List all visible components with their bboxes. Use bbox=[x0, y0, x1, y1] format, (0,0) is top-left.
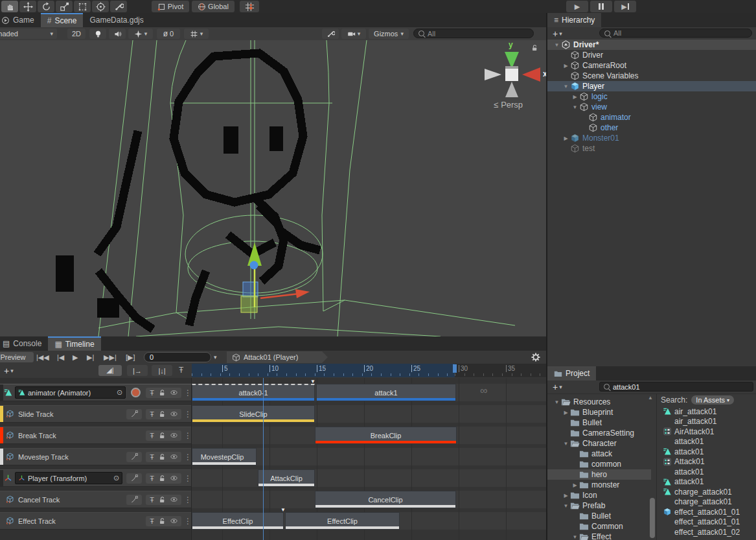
prev-frame-button[interactable]: |◀ bbox=[57, 353, 64, 362]
timeline-play-button[interactable]: ▶ bbox=[73, 353, 78, 362]
scene-tools-button[interactable] bbox=[322, 29, 339, 39]
foldout-icon[interactable]: ▶ bbox=[562, 63, 570, 69]
project-add-button[interactable]: +▾ bbox=[553, 382, 562, 392]
global-toggle[interactable]: Global bbox=[192, 1, 235, 12]
folder-blueprint[interactable]: ▶Blueprint bbox=[547, 407, 651, 417]
perspective-label[interactable]: ≤ Persp bbox=[494, 100, 523, 110]
track-header-player-transform[interactable]: Player (Transform) ⊙ Ŧ ⋮ bbox=[0, 469, 192, 487]
asset-row[interactable]: air_attack01 bbox=[658, 417, 756, 427]
pause-button[interactable] bbox=[590, 1, 612, 12]
foldout-icon[interactable]: ▶ bbox=[571, 482, 579, 488]
hierarchy-item-monster01[interactable]: ▶Monster01 bbox=[547, 133, 756, 143]
track-header-cancel[interactable]: Cancel Track Ŧ ⋮ bbox=[0, 491, 192, 508]
replace-mode-button[interactable]: |↓| bbox=[152, 365, 172, 376]
timeline-breadcrumb[interactable]: Attack01 (Player) bbox=[227, 351, 328, 363]
visibility-toggle[interactable]: ø0 bbox=[157, 29, 180, 39]
record-button[interactable] bbox=[131, 388, 141, 397]
curves-button[interactable] bbox=[126, 452, 142, 462]
2d-toggle[interactable]: 2D bbox=[67, 29, 86, 39]
pin-icon[interactable]: Ŧ bbox=[150, 475, 154, 482]
lock-icon[interactable] bbox=[159, 475, 166, 482]
hierarchy-item-scene-variables[interactable]: Scene Variables bbox=[547, 71, 756, 81]
transform-tool-button[interactable] bbox=[92, 1, 109, 12]
tab-scene[interactable]: #Scene bbox=[41, 13, 84, 27]
clip-attack0-1[interactable]: attack0-1 bbox=[192, 384, 315, 401]
asset-row[interactable]: air_attack01 bbox=[658, 406, 756, 417]
playhead-marker[interactable] bbox=[453, 364, 457, 373]
foldout-icon[interactable]: ▼ bbox=[553, 399, 561, 405]
project-tree-scroll-up[interactable]: ▲ bbox=[648, 395, 653, 401]
eye-icon[interactable] bbox=[170, 389, 178, 396]
foldout-icon[interactable]: ▼ bbox=[562, 84, 570, 89]
folder-attack[interactable]: attack bbox=[547, 449, 651, 459]
grid-snap-button[interactable] bbox=[240, 1, 259, 12]
effects-dropdown[interactable]: ▾ bbox=[128, 29, 153, 39]
lock-icon[interactable] bbox=[159, 496, 166, 503]
hierarchy-item-view[interactable]: ▼view bbox=[547, 102, 756, 112]
folder-prefab-common[interactable]: Common bbox=[547, 521, 651, 532]
folder-common[interactable]: common bbox=[547, 459, 651, 469]
foldout-icon[interactable]: ▼ bbox=[571, 534, 579, 540]
tab-gamedata[interactable]: GameData.gdjs bbox=[83, 13, 150, 27]
clip-cancel[interactable]: CancelClip bbox=[315, 491, 456, 508]
asset-row[interactable]: attack01 bbox=[658, 447, 756, 457]
preview-toggle[interactable]: Preview bbox=[0, 352, 34, 362]
pin-icon[interactable]: Ŧ bbox=[150, 389, 154, 397]
hierarchy-item-test[interactable]: test bbox=[547, 143, 756, 154]
asset-row[interactable]: charge_attack01 bbox=[658, 497, 756, 508]
asset-row[interactable]: charge_attack01 bbox=[658, 487, 756, 497]
project-tree-scrollbar[interactable] bbox=[650, 498, 655, 538]
asset-row[interactable]: effect_attack01_02 bbox=[658, 527, 756, 537]
track-header-slide[interactable]: Slide Track Ŧ ⋮ bbox=[0, 405, 192, 423]
axis-y-label[interactable]: y bbox=[509, 40, 513, 49]
pivot-toggle[interactable]: Pivot bbox=[152, 1, 189, 12]
asset-row[interactable]: Attack01 bbox=[658, 457, 756, 467]
object-picker-icon[interactable]: ⊙ bbox=[113, 474, 119, 482]
play-button[interactable]: ▶ bbox=[566, 1, 588, 12]
mix-mode-button[interactable]: |→ bbox=[127, 365, 148, 376]
asset-row[interactable]: attack01 bbox=[658, 437, 756, 447]
tab-game[interactable]: Game bbox=[0, 13, 41, 27]
foldout-icon[interactable]: ▶ bbox=[562, 410, 570, 416]
clip-attack[interactable]: AttackClip bbox=[258, 469, 315, 487]
clip-slide[interactable]: SlideClip bbox=[192, 405, 315, 423]
tab-hierarchy[interactable]: ≡Hierarchy bbox=[547, 13, 601, 27]
project-search-input[interactable]: attack01 bbox=[599, 382, 753, 392]
lock-icon[interactable] bbox=[159, 432, 166, 439]
clip-break[interactable]: BreakClip bbox=[315, 427, 457, 444]
asset-row[interactable]: attack01 bbox=[658, 477, 756, 487]
step-button[interactable]: ▶ bbox=[614, 1, 636, 12]
eye-icon[interactable] bbox=[170, 517, 178, 524]
folder-bullet[interactable]: Bullet bbox=[547, 417, 651, 428]
pin-icon[interactable]: Ŧ bbox=[150, 410, 154, 418]
gizmos-dropdown[interactable]: Gizmos▾ bbox=[369, 29, 409, 39]
track-header-movestep[interactable]: Movestep Track Ŧ ⋮ bbox=[0, 448, 192, 465]
curves-button[interactable] bbox=[126, 495, 142, 505]
hierarchy-item-cameraroot[interactable]: ▶CameraRoot bbox=[547, 60, 756, 71]
timeline-settings-gear-icon[interactable] bbox=[531, 353, 540, 362]
custom-tool-button[interactable] bbox=[110, 1, 127, 12]
folder-resources[interactable]: ▼Resources bbox=[547, 397, 651, 407]
folder-hero[interactable]: hero bbox=[547, 469, 651, 480]
lock-icon[interactable] bbox=[159, 517, 166, 524]
pin-icon[interactable]: Ŧ bbox=[150, 517, 154, 525]
move-tool-button[interactable] bbox=[19, 1, 36, 12]
eye-icon[interactable] bbox=[170, 496, 178, 503]
shading-dropdown[interactable]: Shaded▾ bbox=[0, 29, 57, 39]
folder-icon-dir[interactable]: ▶Icon bbox=[547, 490, 651, 500]
clip-effect-1[interactable]: EffectClip bbox=[192, 512, 284, 530]
hierarchy-item-other[interactable]: other bbox=[547, 123, 756, 133]
goto-end-button[interactable]: ▶▶| bbox=[104, 353, 117, 362]
scene-search-input[interactable]: All bbox=[413, 29, 534, 38]
foldout-icon[interactable]: ▼ bbox=[571, 104, 579, 110]
curves-view-toggle[interactable]: ◢| bbox=[98, 365, 122, 376]
play-range-button[interactable]: [▶] bbox=[126, 353, 135, 362]
asset-row[interactable]: effect_attack01_01 bbox=[658, 507, 756, 517]
pin-mode-button[interactable]: Ŧ bbox=[179, 366, 183, 375]
folder-effect[interactable]: ▼Effect bbox=[547, 532, 651, 540]
camera-dropdown[interactable]: ▾ bbox=[341, 29, 366, 39]
hierarchy-search-input[interactable]: All bbox=[599, 29, 752, 38]
hierarchy-item-animator[interactable]: animator bbox=[547, 112, 756, 123]
hierarchy-item-player[interactable]: ▼Player bbox=[547, 81, 756, 91]
hierarchy-add-button[interactable]: +▾ bbox=[553, 29, 562, 39]
